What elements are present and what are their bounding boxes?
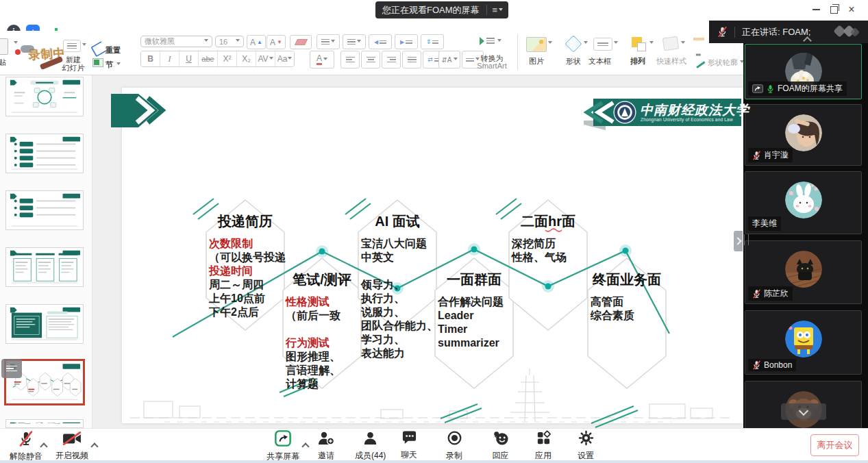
smartart-label-2[interactable]: SmartArt	[473, 62, 511, 70]
sidebar-resize-handle[interactable]	[744, 234, 749, 245]
watch-banner[interactable]: 您正在观看FOAM的屏幕 ≡	[375, 1, 508, 18]
quick-styles-button[interactable]: 快速样式	[656, 56, 686, 66]
picture-button[interactable]: 图片	[529, 56, 544, 66]
scroll-more-participants-button[interactable]	[781, 403, 826, 420]
participant-tile-Bonbon[interactable]: Bonbon	[745, 310, 862, 375]
meeting-logo-icon	[831, 25, 861, 40]
record-button[interactable]: 录制	[446, 430, 462, 462]
mic-options-caret[interactable]	[41, 440, 47, 452]
slide-thumbnail-1[interactable]	[5, 77, 84, 116]
banner-menu-icon[interactable]: ≡	[487, 5, 509, 15]
restore-button[interactable]	[825, 2, 843, 17]
slide-thumbnail-2[interactable]	[5, 134, 84, 173]
format-button-1[interactable]: I	[160, 51, 179, 66]
avatar	[785, 182, 822, 218]
slide-thumbnail-4[interactable]	[5, 247, 84, 287]
participant-name-chip: 李美维	[748, 216, 781, 231]
decrease-indent-button[interactable]: ◀	[369, 34, 392, 49]
format-button-2[interactable]: U	[179, 51, 199, 66]
align-center-button[interactable]	[361, 51, 380, 68]
font-size-select[interactable]: 16	[215, 36, 244, 47]
meeting-window: 您正在观看FOAM的屏幕 ≡ × i + 粘贴 录制中 新建 幻灯片 重置 节 …	[0, 0, 868, 463]
sidebar-collapse-tab[interactable]	[734, 231, 743, 251]
share-screen-button[interactable]: 共享屏幕	[266, 430, 299, 462]
hexagon-line: 次数限制	[209, 237, 253, 251]
numbered-list-button[interactable]	[343, 34, 366, 49]
new-slide-label-2[interactable]: 幻灯片	[58, 63, 88, 73]
close-button[interactable]: ×	[843, 2, 860, 17]
reset-button[interactable]: 重置	[106, 45, 121, 55]
caret-icon	[323, 58, 327, 62]
section-caret[interactable]	[116, 62, 121, 67]
university-name-en: Zhongnan University of Economics and Law	[641, 117, 733, 122]
settings-button[interactable]: 设置	[578, 430, 594, 462]
participant-name-chip: Bonbon	[748, 359, 796, 371]
avatar	[785, 321, 822, 358]
participant-tile-more[interactable]	[745, 381, 862, 428]
hexagon-line: Timer	[438, 323, 467, 336]
speaking-bar: 正在讲话: FOAM;	[709, 21, 868, 43]
minimize-button[interactable]	[807, 2, 825, 17]
format-button-6[interactable]: AV	[256, 51, 275, 66]
leave-meeting-button[interactable]: 离开会议	[810, 434, 859, 456]
invite-button[interactable]: 邀请	[317, 430, 335, 462]
members-button[interactable]: 成员(44)	[355, 430, 386, 462]
align-right-button[interactable]	[382, 51, 401, 68]
format-button-0[interactable]: B	[141, 51, 160, 66]
participant-tile-FOAM的屏幕共享[interactable]: FOAM的屏幕共享	[745, 44, 862, 99]
video-options-caret[interactable]	[92, 440, 97, 452]
avatar	[785, 114, 822, 151]
grow-font-button[interactable]: A▲	[247, 35, 266, 49]
paste-caret[interactable]	[14, 41, 18, 46]
hexagon-line: summarizer	[438, 336, 499, 350]
arrange-caret[interactable]	[649, 41, 654, 46]
section-button[interactable]: 节	[106, 60, 113, 70]
slide-thumbnail-7[interactable]	[5, 419, 84, 428]
font-name-select[interactable]: 微软雅黑	[140, 36, 212, 47]
shapes-button[interactable]: 形状	[566, 56, 581, 66]
format-button-5[interactable]: X₂	[237, 51, 256, 66]
participant-tile-李美维[interactable]: 李美维	[745, 171, 862, 234]
align-left-button[interactable]	[340, 51, 360, 68]
format-button-4[interactable]: X²	[218, 51, 237, 66]
textbox-button[interactable]: 文本框	[588, 56, 611, 66]
clear-format-button[interactable]	[290, 35, 312, 49]
shrink-font-button[interactable]: A▼	[266, 35, 286, 49]
line-spacing-button[interactable]: ⇕	[421, 34, 444, 49]
smartart-icon	[480, 36, 495, 47]
format-button-7[interactable]: Aa	[275, 51, 294, 66]
bullet-list-button[interactable]	[317, 34, 340, 49]
slide-thumbnail-5[interactable]	[5, 304, 84, 344]
camera-off-icon	[62, 431, 82, 449]
participant-name-chip: FOAM的屏幕共享	[748, 82, 847, 96]
increase-indent-button[interactable]: ▶	[395, 34, 418, 49]
font-color-button[interactable]: A	[310, 51, 334, 68]
share-options-caret[interactable]	[303, 440, 308, 452]
new-slide-caret[interactable]	[82, 43, 86, 48]
chat-button[interactable]: 聊天	[401, 430, 417, 461]
textbox-caret[interactable]	[614, 41, 618, 46]
participant-name: Bonbon	[764, 360, 792, 370]
picture-caret[interactable]	[548, 41, 552, 46]
text-direction-button[interactable]: ⇵A	[438, 51, 460, 68]
scroll-up-icon[interactable]	[800, 36, 814, 44]
justify-button[interactable]	[402, 51, 421, 68]
slide-thumbnail-3[interactable]	[5, 190, 84, 230]
quick-styles-caret[interactable]	[681, 41, 685, 46]
hexagon-line: 上午10点前	[209, 292, 265, 305]
reactions-button[interactable]: 回应	[492, 430, 509, 462]
new-slide-icon[interactable]	[63, 40, 81, 52]
participant-tile-肖宇漩[interactable]: 肖宇漩	[745, 104, 862, 166]
smartart-caret[interactable]	[497, 39, 501, 44]
start-video-button[interactable]: 开启视频	[55, 431, 88, 462]
arrange-button[interactable]: 排列	[630, 56, 645, 66]
shapes-caret[interactable]	[584, 41, 588, 46]
font-color-a: A	[317, 54, 322, 65]
apps-button[interactable]: 应用	[535, 430, 551, 462]
participant-tile-陈芷欣[interactable]: 陈芷欣	[745, 240, 862, 304]
hexagon-line: 性格测试	[286, 295, 330, 309]
slide-list-overlay-button[interactable]	[1, 359, 22, 378]
unmute-button[interactable]: 解除静音	[10, 431, 42, 462]
shape-outline-button[interactable]: 形状轮廓	[708, 58, 738, 68]
format-button-3[interactable]: abe	[199, 51, 218, 66]
